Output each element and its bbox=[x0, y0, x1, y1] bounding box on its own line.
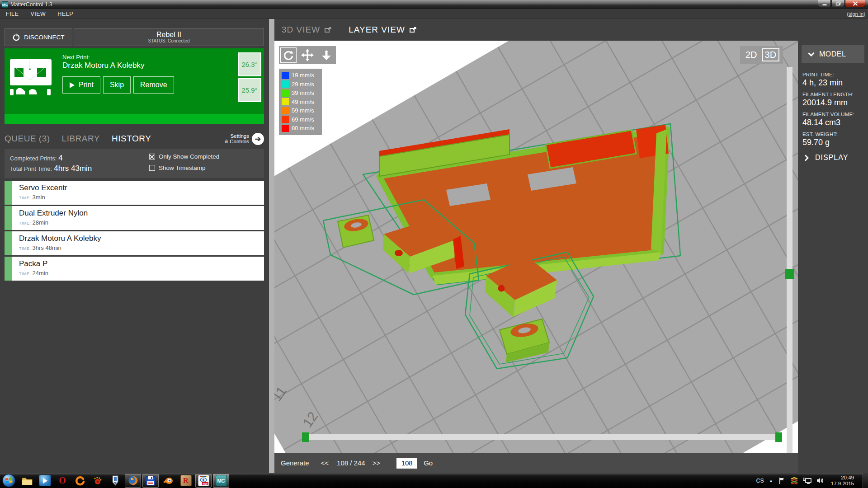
queue-tabs: QUEUE (3) LIBRARY HISTORY Settings & Con… bbox=[5, 131, 264, 146]
taskbar-explorer[interactable] bbox=[19, 474, 35, 488]
language-indicator[interactable]: CS bbox=[756, 478, 764, 484]
remove-button[interactable]: Remove bbox=[133, 76, 174, 94]
bed-temperature[interactable]: 25.9° bbox=[238, 78, 261, 102]
settings-controls-link[interactable]: Settings & Controls ➔ bbox=[225, 133, 264, 145]
3d-button[interactable]: 3D bbox=[762, 48, 780, 61]
history-stats-panel: Completed Prints:4 Total Print Time:4hrs… bbox=[5, 149, 264, 178]
status-stripe bbox=[5, 231, 12, 255]
taskbar-floppy-save-app[interactable] bbox=[142, 474, 159, 488]
taskbar-r-block[interactable]: R bbox=[178, 474, 194, 488]
popout-icon[interactable] bbox=[325, 27, 332, 33]
completed-prints: Completed Prints:4 bbox=[10, 154, 63, 163]
opera-icon: O bbox=[57, 475, 68, 486]
start-button[interactable] bbox=[2, 474, 15, 487]
legend-row: 39 mm/s bbox=[282, 89, 319, 98]
clock-date: 17.9.2015 bbox=[831, 481, 854, 487]
status-stripe bbox=[5, 181, 12, 205]
model-section-header[interactable]: MODEL bbox=[802, 45, 864, 63]
tab-history[interactable]: HISTORY bbox=[112, 134, 151, 144]
pdf-creator-icon: PDF bbox=[198, 475, 209, 486]
taskbar-opera[interactable]: O bbox=[54, 474, 71, 488]
2d-button[interactable]: 2D bbox=[744, 49, 759, 61]
generate-button[interactable]: Generate bbox=[281, 459, 309, 467]
previous-layer-button[interactable]: << bbox=[321, 459, 329, 467]
dimension-toggle: 2D 3D bbox=[740, 46, 783, 64]
connection-progress-bar bbox=[5, 114, 264, 124]
blender-icon bbox=[163, 475, 174, 486]
print-time-label: PRINT TIME: bbox=[802, 72, 866, 77]
slider-handle-left[interactable] bbox=[302, 432, 309, 442]
next-layer-button[interactable]: >> bbox=[373, 459, 381, 467]
sign-in-link[interactable]: (sign in) bbox=[847, 11, 865, 17]
printer-status-box[interactable]: Rebel II STATUS: Connected bbox=[74, 28, 264, 46]
rotate-view-button[interactable] bbox=[280, 47, 297, 63]
layer-slider-handle[interactable] bbox=[785, 269, 794, 279]
legend-swatch bbox=[282, 107, 289, 114]
action-center-flag-icon[interactable] bbox=[778, 477, 785, 484]
checkbox-icon[interactable] bbox=[149, 154, 155, 160]
minimize-button[interactable] bbox=[818, 0, 831, 7]
panel-splitter[interactable] bbox=[269, 19, 274, 473]
extruder-temperature[interactable]: 26.3° bbox=[238, 52, 261, 76]
disconnect-button[interactable]: DISCONNECT bbox=[5, 28, 72, 46]
show-desktop-button[interactable] bbox=[863, 473, 868, 488]
status-stripe bbox=[5, 206, 12, 230]
maximize-button[interactable] bbox=[831, 0, 844, 7]
mattercontrol-icon: MC bbox=[216, 475, 227, 486]
show-hidden-icons[interactable]: ▲ bbox=[769, 479, 773, 483]
clock-time: 20:49 bbox=[831, 475, 854, 481]
history-item[interactable]: Packa P TIME:24min bbox=[5, 257, 264, 281]
zoom-view-button[interactable] bbox=[318, 47, 335, 63]
taskbar-mattercontrol[interactable]: MC bbox=[213, 474, 229, 488]
layer-number-input[interactable] bbox=[396, 458, 417, 469]
network-icon[interactable] bbox=[803, 477, 811, 484]
tab-layer-view[interactable]: LAYER VIEW bbox=[349, 25, 405, 35]
taskbar-image-viewer[interactable] bbox=[90, 474, 106, 488]
next-print-panel: Next Print: Drzak Motoru A Kolebky Print… bbox=[5, 48, 264, 114]
legend-swatch bbox=[282, 80, 289, 88]
menu-file[interactable]: FILE bbox=[0, 11, 24, 17]
move-icon bbox=[301, 49, 314, 61]
only-show-completed-checkbox[interactable]: Only Show Completed bbox=[149, 153, 219, 160]
disconnect-label: DISCONNECT bbox=[24, 34, 64, 41]
pen-tool-icon bbox=[110, 475, 121, 486]
taskbar-firefox[interactable] bbox=[125, 474, 141, 488]
rotate-icon bbox=[283, 49, 294, 61]
taskbar-pen-tool[interactable] bbox=[107, 474, 123, 488]
tab-3d-view[interactable]: 3D VIEW bbox=[282, 25, 320, 35]
layered-chevrons-icon[interactable] bbox=[790, 477, 798, 484]
taskbar-pdf-creator[interactable]: PDF bbox=[195, 474, 212, 488]
slider-handle-right[interactable] bbox=[775, 432, 782, 442]
checkbox-icon[interactable] bbox=[149, 165, 155, 171]
chevron-right-icon bbox=[804, 155, 809, 161]
layer-slider-vertical[interactable] bbox=[787, 67, 793, 453]
history-item[interactable]: Servo Excentr TIME:3min bbox=[5, 181, 264, 205]
go-button[interactable]: Go bbox=[424, 459, 433, 467]
legend-row: 80 mm/s bbox=[282, 124, 319, 133]
filament-length-label: FILAMENT LENGTH: bbox=[802, 92, 866, 97]
menu-view[interactable]: VIEW bbox=[24, 11, 52, 17]
tab-library[interactable]: LIBRARY bbox=[62, 134, 100, 144]
pan-view-button[interactable] bbox=[299, 47, 316, 63]
layer-view-3d-viewport[interactable]: 11 12 bbox=[274, 41, 798, 453]
close-button[interactable] bbox=[845, 0, 865, 7]
layer-slider-horizontal[interactable] bbox=[306, 434, 778, 440]
taskbar-orange-swirl-app[interactable] bbox=[72, 474, 88, 488]
print-button[interactable]: Print bbox=[62, 76, 100, 94]
display-section-header[interactable]: DISPLAY bbox=[804, 154, 848, 162]
show-timestamp-checkbox[interactable]: Show Timestamp bbox=[149, 164, 206, 171]
title-bar[interactable]: MC MatterControl 1.3 bbox=[0, 0, 868, 9]
tab-queue[interactable]: QUEUE (3) bbox=[5, 134, 50, 144]
printer-panel: DISCONNECT Rebel II STATUS: Connected Ne… bbox=[0, 19, 269, 473]
menu-bar: FILE VIEW HELP (sign in) bbox=[0, 9, 868, 19]
history-item[interactable]: Drzak Motoru A Kolebky TIME:3hrs 48min bbox=[5, 231, 264, 255]
popout-icon[interactable] bbox=[410, 27, 417, 33]
taskbar-clock[interactable]: 20:49 17.9.2015 bbox=[831, 475, 854, 487]
menu-help[interactable]: HELP bbox=[52, 11, 79, 17]
legend-swatch bbox=[282, 89, 289, 97]
taskbar-blender[interactable] bbox=[160, 474, 176, 488]
history-item[interactable]: Dual Extruder Nylon TIME:28min bbox=[5, 206, 264, 230]
skip-button[interactable]: Skip bbox=[103, 76, 131, 94]
speaker-icon[interactable] bbox=[816, 477, 824, 484]
taskbar-media-player[interactable] bbox=[37, 474, 53, 488]
